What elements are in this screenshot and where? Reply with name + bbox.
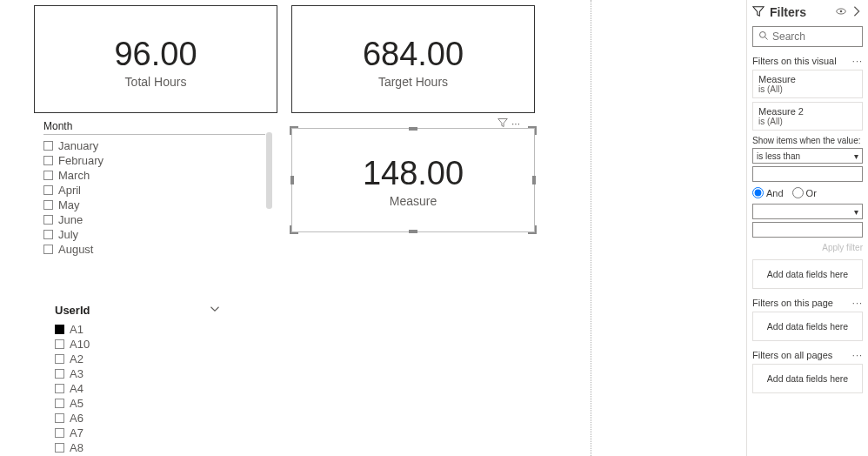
more-options-icon[interactable]: ··· [511,119,520,128]
slicer-item[interactable]: A1 [55,322,220,337]
slicer-item-label: A4 [70,382,83,395]
checkbox[interactable] [55,325,64,334]
slicer-item-label: June [58,213,83,226]
checkbox[interactable] [55,369,64,379]
target-hours-label: Target Hours [292,75,534,89]
resize-handle[interactable] [409,127,417,131]
filter-icon [752,5,765,19]
condition-operator2-dropdown[interactable]: ▾ [752,204,863,219]
filters-page-section-head: Filters on this page ··· [752,298,863,308]
checkbox[interactable] [55,339,64,349]
slicer-item[interactable]: A8 [55,440,220,455]
checkbox[interactable] [55,443,64,453]
target-hours-value: 684.00 [292,36,534,73]
collapse-icon[interactable] [851,5,863,19]
svg-point-2 [760,32,766,38]
condition-value-input[interactable] [752,166,863,182]
checkbox[interactable] [43,141,53,151]
condition-value2-input[interactable] [752,222,863,238]
slicer-item[interactable]: February [43,153,265,168]
logic-and-radio[interactable]: And [752,187,784,198]
slicer-item-label: A3 [70,367,83,380]
slicer-userid-header: UserId [55,302,220,319]
resize-handle[interactable] [290,225,298,234]
slicer-item[interactable]: A7 [55,426,220,440]
slicer-month[interactable]: Month JanuaryFebruaryMarchAprilMayJuneJu… [43,118,265,257]
filter-card-measure[interactable]: Measure is (All) [752,70,863,98]
slicer-userid-items: A1A10A2A3A4A5A6A7A8A9 [55,322,220,456]
slicer-item[interactable]: A4 [55,381,220,396]
resize-handle[interactable] [290,176,294,184]
slicer-item[interactable]: May [43,198,265,212]
resize-handle[interactable] [528,126,537,135]
resize-handle[interactable] [528,225,537,234]
checkbox[interactable] [43,171,53,180]
filters-all-label: Filters on all pages [752,350,832,360]
scrollbar-thumb[interactable] [266,132,272,209]
slicer-userid-title: UserId [55,304,90,317]
slicer-item-label: A2 [70,352,83,365]
checkbox[interactable] [43,185,53,195]
filter-card-name: Measure 2 [758,106,857,117]
visibility-icon[interactable] [835,5,847,19]
filter-card-state: is (All) [758,117,857,126]
filters-all-section-head: Filters on all pages ··· [752,350,863,360]
slicer-item[interactable]: March [43,168,265,183]
slicer-item[interactable]: A3 [55,366,220,381]
all-pages-filter-dropzone[interactable]: Add data fields here [752,364,863,393]
card-target-hours[interactable]: 684.00 Target Hours [291,5,535,113]
resize-handle[interactable] [409,230,417,233]
page-filter-dropzone[interactable]: Add data fields here [752,312,863,341]
slicer-item[interactable]: April [43,183,265,198]
checkbox[interactable] [55,428,64,438]
more-options-icon[interactable]: ··· [852,350,863,360]
apply-filter-link[interactable]: Apply filter [752,243,863,252]
checkbox[interactable] [55,413,64,423]
filter-card-measure-2[interactable]: Measure 2 is (All) [752,102,863,131]
slicer-item[interactable]: A10 [55,337,220,352]
slicer-item[interactable]: January [43,138,265,153]
checkbox[interactable] [43,230,53,239]
measure-value: 148.00 [292,155,534,192]
slicer-item-label: A8 [70,441,83,454]
condition-operator-dropdown[interactable]: is less than ▾ [752,148,863,164]
filters-visual-section-head: Filters on this visual ··· [752,56,863,66]
svg-point-1 [840,10,843,13]
checkbox[interactable] [43,215,53,225]
slicer-item[interactable]: A6 [55,411,220,426]
filter-search-input[interactable] [772,30,857,43]
checkbox[interactable] [55,354,64,364]
filter-search-box[interactable] [752,26,863,47]
slicer-item-label: May [58,198,80,211]
slicer-item-label: A6 [70,412,83,425]
checkbox[interactable] [43,156,53,165]
filter-card-state: is (All) [758,84,857,94]
chevron-down-icon: ▾ [854,151,858,161]
total-hours-value: 96.00 [35,36,277,73]
chevron-down-icon[interactable] [210,304,220,317]
slicer-item[interactable]: A2 [55,352,220,366]
condition-operator-value: is less than [757,151,800,161]
visual-filter-dropzone[interactable]: Add data fields here [752,259,863,289]
resize-handle[interactable] [532,176,536,184]
logic-or-radio[interactable]: Or [792,187,817,198]
more-options-icon[interactable]: ··· [852,298,863,308]
slicer-item-label: A7 [70,426,83,439]
slicer-userid[interactable]: UserId A1A10A2A3A4A5A6A7A8A9 [55,302,220,456]
checkbox[interactable] [43,245,53,254]
slicer-item[interactable]: A5 [55,396,220,411]
card-measure[interactable]: 148.00 Measure [291,128,535,232]
checkbox[interactable] [55,399,64,408]
logic-radios: And Or [752,187,863,198]
search-icon [758,30,769,43]
card-total-hours[interactable]: 96.00 Total Hours [34,5,277,113]
checkbox[interactable] [43,200,53,210]
slicer-item-label: August [58,243,93,256]
slicer-item[interactable]: June [43,212,265,227]
slicer-month-title: Month [43,120,72,132]
slicer-item[interactable]: July [43,227,265,242]
slicer-item[interactable]: August [43,242,265,257]
checkbox[interactable] [55,384,64,393]
more-options-icon[interactable]: ··· [852,56,863,66]
resize-handle[interactable] [290,126,298,135]
